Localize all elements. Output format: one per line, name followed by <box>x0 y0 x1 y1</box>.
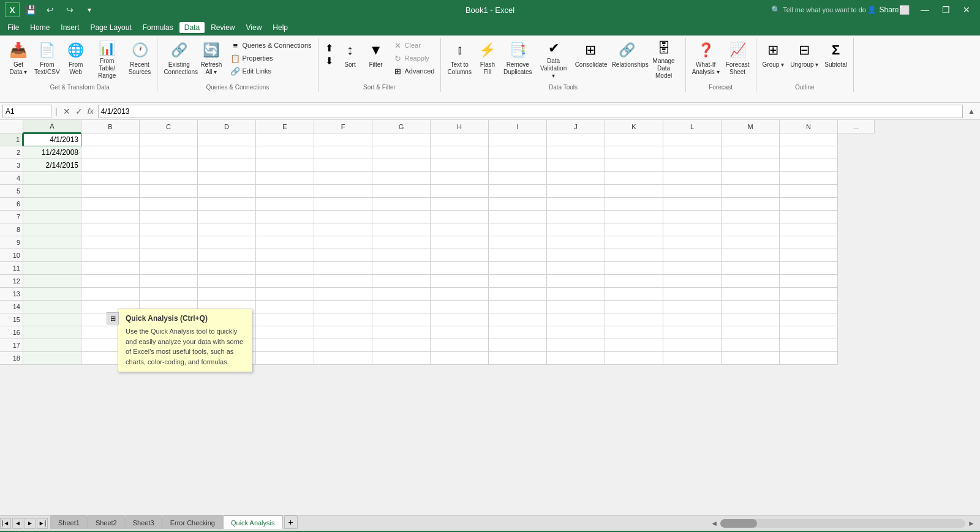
cell-i11[interactable] <box>489 262 547 275</box>
search-bar[interactable]: 🔍 Tell me what you want to do <box>766 3 871 17</box>
cell-d6[interactable] <box>198 198 256 211</box>
cell-a17[interactable] <box>23 339 81 352</box>
cell-b9[interactable] <box>81 236 140 249</box>
cell-a16[interactable] <box>23 326 81 339</box>
cell-g5[interactable] <box>372 185 431 198</box>
cell-j6[interactable] <box>547 198 605 211</box>
col-header-c[interactable]: C <box>140 120 198 133</box>
undo-button[interactable]: ↩ <box>42 3 59 17</box>
cell-n6[interactable] <box>780 198 838 211</box>
scroll-right-button[interactable]: ► <box>968 519 975 528</box>
remove-duplicates-button[interactable]: 📑 RemoveDuplicates <box>501 39 535 81</box>
menu-data[interactable]: Data <box>179 22 205 33</box>
cell-j12[interactable] <box>547 275 605 288</box>
cell-g12[interactable] <box>372 275 431 288</box>
cell-k18[interactable] <box>605 352 663 365</box>
cell-f11[interactable] <box>314 262 372 275</box>
ungroup-button[interactable]: ⊟ Ungroup ▾ <box>788 39 821 81</box>
cell-h17[interactable] <box>431 339 489 352</box>
cell-i14[interactable] <box>489 301 547 313</box>
consolidate-button[interactable]: ⊞ Consolidate <box>573 39 608 81</box>
cell-g8[interactable] <box>372 223 431 236</box>
redo-button[interactable]: ↪ <box>61 3 78 17</box>
cell-c12[interactable] <box>140 275 198 288</box>
cell-b5[interactable] <box>81 185 140 198</box>
sort-za-button[interactable]: ⬇ <box>322 54 337 67</box>
cell-i12[interactable] <box>489 275 547 288</box>
cell-e10[interactable] <box>256 249 314 262</box>
queries-connections-small-button[interactable]: ≡ Queries & Connections <box>228 39 314 51</box>
cell-c11[interactable] <box>140 262 198 275</box>
cell-c2[interactable] <box>140 146 198 159</box>
sheet-tab-sheet3[interactable]: Sheet3 <box>125 515 162 529</box>
cell-b1[interactable] <box>81 133 140 146</box>
formula-expand-button[interactable]: ▲ <box>965 107 978 116</box>
cell-g18[interactable] <box>372 352 431 365</box>
cell-n3[interactable] <box>780 159 838 172</box>
cell-k3[interactable] <box>605 159 663 172</box>
cell-f1[interactable] <box>314 133 372 146</box>
menu-page-layout[interactable]: Page Layout <box>85 22 136 33</box>
menu-formulas[interactable]: Formulas <box>138 22 178 33</box>
cell-m8[interactable] <box>722 223 780 236</box>
cell-f4[interactable] <box>314 172 372 185</box>
forecast-sheet-button[interactable]: 📈 ForecastSheet <box>723 39 752 81</box>
cell-f15[interactable] <box>314 313 372 326</box>
cell-i17[interactable] <box>489 339 547 352</box>
cell-c7[interactable] <box>140 211 198 223</box>
cell-d11[interactable] <box>198 262 256 275</box>
row-header-10[interactable]: 10 <box>0 249 23 262</box>
cell-n17[interactable] <box>780 339 838 352</box>
cell-e1[interactable] <box>256 133 314 146</box>
cell-i18[interactable] <box>489 352 547 365</box>
col-header-extra[interactable]: ... <box>838 120 875 133</box>
existing-connections-button[interactable]: 🔗 ExistingConnections <box>161 39 197 81</box>
row-header-17[interactable]: 17 <box>0 339 23 352</box>
row-header-15[interactable]: 15 <box>0 313 23 326</box>
cell-l12[interactable] <box>663 275 722 288</box>
cell-m1[interactable] <box>722 133 780 146</box>
cell-e12[interactable] <box>256 275 314 288</box>
cell-n15[interactable] <box>780 313 838 326</box>
cell-b12[interactable] <box>81 275 140 288</box>
cell-a18[interactable] <box>23 352 81 365</box>
cell-a8[interactable] <box>23 223 81 236</box>
horizontal-scrollbar[interactable] <box>720 519 965 528</box>
cell-g9[interactable] <box>372 236 431 249</box>
cell-b6[interactable] <box>81 198 140 211</box>
menu-review[interactable]: Review <box>206 22 239 33</box>
col-header-f[interactable]: F <box>314 120 372 133</box>
cell-k6[interactable] <box>605 198 663 211</box>
cell-g15[interactable] <box>372 313 431 326</box>
cell-f6[interactable] <box>314 198 372 211</box>
row-header-18[interactable]: 18 <box>0 352 23 365</box>
row-header-3[interactable]: 3 <box>0 159 23 172</box>
cell-b8[interactable] <box>81 223 140 236</box>
cell-l10[interactable] <box>663 249 722 262</box>
cell-k16[interactable] <box>605 326 663 339</box>
col-header-k[interactable]: K <box>605 120 663 133</box>
cell-n12[interactable] <box>780 275 838 288</box>
reapply-button[interactable]: ↻ Reapply <box>391 52 437 64</box>
cell-e16[interactable] <box>256 326 314 339</box>
quick-analysis-icon[interactable]: ⊞ <box>107 312 119 324</box>
cell-e17[interactable] <box>256 339 314 352</box>
quick-access-dropdown[interactable]: ▼ <box>81 3 98 17</box>
cell-e9[interactable] <box>256 236 314 249</box>
col-header-g[interactable]: G <box>372 120 431 133</box>
cell-l8[interactable] <box>663 223 722 236</box>
cell-a6[interactable] <box>23 198 81 211</box>
cell-l5[interactable] <box>663 185 722 198</box>
cell-d13[interactable] <box>198 288 256 301</box>
cell-e2[interactable] <box>256 146 314 159</box>
cell-m18[interactable] <box>722 352 780 365</box>
cell-l4[interactable] <box>663 172 722 185</box>
cell-f8[interactable] <box>314 223 372 236</box>
cell-a14[interactable] <box>23 301 81 313</box>
minimize-button[interactable]: — <box>916 3 933 17</box>
cell-h18[interactable] <box>431 352 489 365</box>
cell-i9[interactable] <box>489 236 547 249</box>
cell-c8[interactable] <box>140 223 198 236</box>
cell-f2[interactable] <box>314 146 372 159</box>
sheet-nav-next[interactable]: ► <box>24 518 36 529</box>
